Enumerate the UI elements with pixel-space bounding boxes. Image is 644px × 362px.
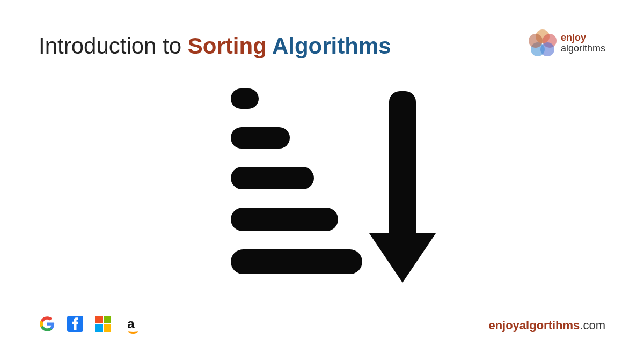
title-highlight-1: Sorting bbox=[188, 33, 267, 58]
svg-rect-4 bbox=[231, 249, 362, 274]
svg-rect-3 bbox=[231, 208, 338, 231]
website-brand: enjoyalgortihms bbox=[488, 319, 580, 332]
website-suffix: .com bbox=[580, 319, 605, 332]
svg-rect-2 bbox=[231, 167, 314, 189]
amazon-icon: a bbox=[122, 315, 140, 333]
sort-descending-icon bbox=[199, 83, 445, 292]
logo-line-1: enjoy bbox=[561, 33, 605, 43]
facebook-icon bbox=[67, 315, 84, 333]
page-title: Introduction to Sorting Algorithms bbox=[39, 33, 391, 59]
svg-rect-0 bbox=[231, 88, 259, 109]
logo-text: enjoy algorithms bbox=[561, 33, 605, 54]
company-icons-row: a bbox=[39, 315, 140, 333]
logo-line-2: algorithms bbox=[561, 43, 605, 54]
brand-logo: enjoy algorithms bbox=[529, 29, 605, 57]
title-prefix: Introduction to bbox=[39, 33, 188, 58]
website-url: enjoyalgortihms.com bbox=[488, 319, 605, 333]
google-icon bbox=[39, 315, 56, 333]
svg-rect-1 bbox=[231, 127, 290, 149]
svg-rect-5 bbox=[389, 91, 416, 247]
logo-flower-icon bbox=[529, 29, 557, 57]
title-highlight-2: Algorithms bbox=[267, 33, 391, 58]
microsoft-icon bbox=[94, 315, 112, 333]
